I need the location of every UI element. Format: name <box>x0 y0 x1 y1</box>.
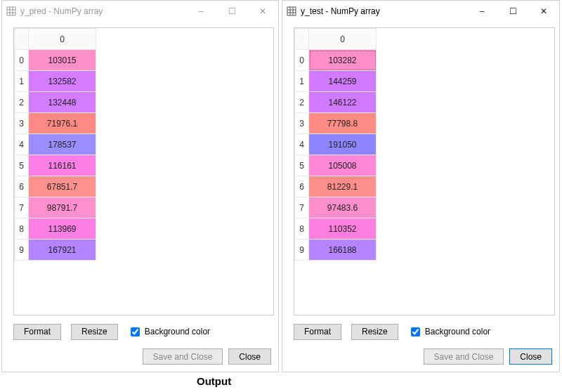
table-row[interactable]: 0103282 <box>295 50 377 71</box>
row-header[interactable]: 1 <box>15 71 29 92</box>
row-header[interactable]: 5 <box>15 155 29 176</box>
window-y-pred: y_pred - NumPy array – ☐ ✕ 0 01030151132… <box>1 0 279 372</box>
table-row[interactable]: 5105008 <box>295 155 377 176</box>
minimize-button[interactable]: – <box>185 1 216 21</box>
row-header[interactable]: 9 <box>295 240 309 261</box>
window-title: y_pred - NumPy array <box>20 6 103 16</box>
table-row[interactable]: 4178537 <box>15 134 96 155</box>
background-color-checkbox[interactable]: Background color <box>128 325 210 339</box>
cell[interactable]: 97483.6 <box>309 197 377 218</box>
row-header[interactable]: 8 <box>295 218 309 240</box>
format-button[interactable]: Format <box>13 324 61 340</box>
column-header[interactable]: 0 <box>309 29 377 50</box>
array-grid-container: 0 010328211442592146122377798.8419105051… <box>294 27 555 315</box>
bottom-bar: Save and Close Close <box>143 348 271 365</box>
row-header[interactable]: 3 <box>295 113 309 134</box>
format-button[interactable]: Format <box>294 324 341 340</box>
background-color-input[interactable] <box>131 327 140 337</box>
resize-button[interactable]: Resize <box>71 324 118 340</box>
table-row[interactable]: 9166188 <box>295 240 377 261</box>
column-header[interactable]: 0 <box>29 29 96 50</box>
cell[interactable]: 67851.7 <box>29 176 96 197</box>
close-button[interactable]: ✕ <box>247 1 278 21</box>
close-button-bottom[interactable]: Close <box>509 348 552 365</box>
close-button-bottom[interactable]: Close <box>228 348 271 365</box>
row-header[interactable]: 9 <box>15 240 29 261</box>
cell[interactable]: 166188 <box>309 240 377 261</box>
table-row[interactable]: 797483.6 <box>295 197 377 218</box>
svg-rect-5 <box>287 7 296 15</box>
cell[interactable]: 191050 <box>309 134 377 155</box>
table-row[interactable]: 0103015 <box>15 50 96 71</box>
window-controls: – ☐ ✕ <box>185 1 278 21</box>
cell[interactable]: 116161 <box>29 155 96 176</box>
row-header[interactable]: 6 <box>15 176 29 197</box>
background-color-input[interactable] <box>411 327 420 337</box>
cell[interactable]: 110352 <box>309 218 377 240</box>
table-row[interactable]: 798791.7 <box>15 197 96 218</box>
background-color-label: Background color <box>425 327 490 337</box>
maximize-button[interactable]: ☐ <box>216 1 247 21</box>
cell[interactable]: 98791.7 <box>29 197 96 218</box>
window-controls: – ☐ ✕ <box>466 1 559 21</box>
row-header[interactable]: 0 <box>295 50 309 71</box>
titlebar[interactable]: y_pred - NumPy array – ☐ ✕ <box>2 1 278 22</box>
row-header[interactable]: 4 <box>15 134 29 155</box>
save-and-close-button: Save and Close <box>424 348 504 365</box>
array-grid-container: 0 010301511325822132448371976.1417853751… <box>13 27 274 315</box>
table-row[interactable]: 8113969 <box>15 218 96 240</box>
table-row[interactable]: 1144259 <box>295 71 377 92</box>
cell[interactable]: 178537 <box>29 134 96 155</box>
cell[interactable]: 144259 <box>309 71 377 92</box>
row-header[interactable]: 8 <box>15 218 29 240</box>
row-header[interactable]: 4 <box>295 134 309 155</box>
window-y-test: y_test - NumPy array – ☐ ✕ 0 01032821144… <box>282 0 560 372</box>
table-row[interactable]: 377798.8 <box>295 113 377 134</box>
row-header[interactable]: 0 <box>15 50 29 71</box>
cell[interactable]: 113969 <box>29 218 96 240</box>
cell[interactable]: 167921 <box>29 240 96 261</box>
cell[interactable]: 77798.8 <box>309 113 377 134</box>
background-color-checkbox[interactable]: Background color <box>408 325 490 339</box>
row-header[interactable]: 2 <box>15 92 29 113</box>
cell[interactable]: 105008 <box>309 155 377 176</box>
table-row[interactable]: 667851.7 <box>15 176 96 197</box>
resize-button[interactable]: Resize <box>351 324 398 340</box>
array-grid[interactable]: 0 010328211442592146122377798.8419105051… <box>294 28 377 261</box>
array-grid[interactable]: 0 010301511325822132448371976.1417853751… <box>14 28 96 261</box>
row-header[interactable]: 7 <box>295 197 309 218</box>
row-header[interactable]: 2 <box>295 92 309 113</box>
output-label: Output <box>197 375 231 387</box>
table-row[interactable]: 8110352 <box>295 218 377 240</box>
cell[interactable]: 132582 <box>29 71 96 92</box>
titlebar[interactable]: y_test - NumPy array – ☐ ✕ <box>282 1 559 22</box>
table-row[interactable]: 2146122 <box>295 92 377 113</box>
table-row[interactable]: 1132582 <box>15 71 96 92</box>
svg-rect-0 <box>7 7 15 15</box>
maximize-button[interactable]: ☐ <box>497 1 528 21</box>
cell[interactable]: 132448 <box>29 92 96 113</box>
cell[interactable]: 71976.1 <box>29 113 96 134</box>
table-row[interactable]: 2132448 <box>15 92 96 113</box>
row-header[interactable]: 5 <box>295 155 309 176</box>
close-button[interactable]: ✕ <box>528 1 559 21</box>
cell[interactable]: 103015 <box>29 50 96 71</box>
save-and-close-button: Save and Close <box>143 348 223 365</box>
table-row[interactable]: 9167921 <box>15 240 96 261</box>
cell[interactable]: 103282 <box>309 50 377 71</box>
window-title: y_test - NumPy array <box>301 6 380 16</box>
row-header[interactable]: 1 <box>295 71 309 92</box>
cell[interactable]: 81229.1 <box>309 176 377 197</box>
row-header[interactable]: 7 <box>15 197 29 218</box>
grid-icon <box>287 6 296 16</box>
grid-corner <box>15 29 29 50</box>
table-row[interactable]: 681229.1 <box>295 176 377 197</box>
row-header[interactable]: 3 <box>15 113 29 134</box>
grid-icon <box>6 6 16 16</box>
cell[interactable]: 146122 <box>309 92 377 113</box>
table-row[interactable]: 4191050 <box>295 134 377 155</box>
table-row[interactable]: 5116161 <box>15 155 96 176</box>
row-header[interactable]: 6 <box>295 176 309 197</box>
minimize-button[interactable]: – <box>466 1 497 21</box>
table-row[interactable]: 371976.1 <box>15 113 96 134</box>
